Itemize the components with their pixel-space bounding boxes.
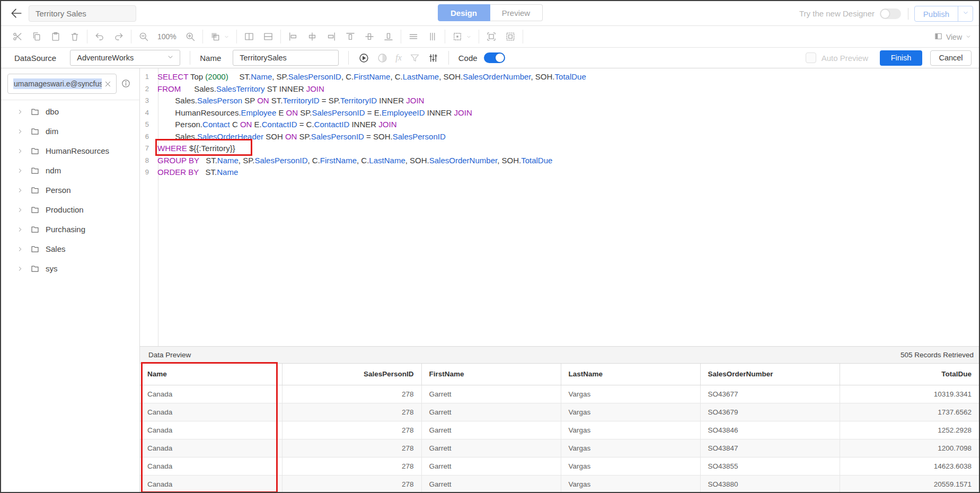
chevron-right-icon[interactable] [17,109,23,115]
mode-switch: Design Preview [438,4,543,21]
chevron-right-icon[interactable] [17,207,23,213]
view-button[interactable]: View [934,26,972,48]
sidebar-item-Purchasing[interactable]: Purchasing [1,219,139,239]
data-preview-header: Data Preview 505 Records Retrieved [140,346,979,364]
publish-button[interactable]: Publish [914,6,973,22]
zoom-level-label: 100% [157,32,176,41]
header-divider [908,8,908,20]
delete-icon[interactable] [69,31,80,42]
column-header-FirstName: FirstName [421,364,561,385]
table-cell: 278 [282,385,421,403]
distribute-horizontal-icon[interactable] [408,31,419,42]
chevron-right-icon[interactable] [17,128,23,135]
table-cell: Garrett [421,439,561,457]
table-cell: Vargas [561,439,700,457]
folder-icon [30,205,40,215]
try-new-designer-toggle[interactable] [880,8,901,19]
table-cell: 278 [282,421,421,439]
copy-icon[interactable] [31,31,42,42]
datasource-select[interactable]: AdventureWorks [70,50,180,66]
sidebar-item-Production[interactable]: Production [1,200,139,219]
cut-icon[interactable] [12,31,23,42]
line-number: 3 [140,95,154,107]
code-toggle[interactable] [484,52,505,63]
publish-caret[interactable] [958,6,973,21]
redo-icon[interactable] [113,31,124,42]
zoom-in-icon[interactable] [185,31,196,42]
table-cell: Canada [140,421,282,439]
function-icon[interactable]: fx [395,53,402,63]
align-top-icon[interactable] [345,31,356,42]
back-button[interactable] [10,6,24,21]
marquee-icon[interactable] [452,31,463,42]
fit-canvas-icon[interactable] [505,31,516,42]
table-cell: SO43855 [700,457,840,475]
distribute-vertical-icon[interactable] [427,31,438,42]
align-right-icon[interactable] [326,31,337,42]
sidebar-item-HumanResources[interactable]: HumanResources [1,141,139,161]
filter-icon[interactable] [409,52,420,64]
header-bar: Design Preview Try the new Designer Publ… [1,1,979,26]
sidebar-item-ndm[interactable]: ndm [1,161,139,180]
clear-search-icon[interactable] [104,80,112,88]
align-bottom-icon[interactable] [383,31,394,42]
tab-preview[interactable]: Preview [490,4,543,21]
chevron-right-icon[interactable] [17,168,23,174]
info-icon[interactable] [121,78,131,89]
align-left-icon[interactable] [288,31,298,42]
table-cell: 20559.1571 [840,475,979,493]
toolbar-group [445,30,479,43]
contrast-icon[interactable] [377,52,388,64]
sidebar-item-Sales[interactable]: Sales [1,239,139,259]
undo-icon[interactable] [94,31,105,42]
table-row: Canada278GarrettVargasSO438461252.2928 [140,421,979,439]
table-cell: 1737.6562 [840,403,979,421]
auto-preview-checkbox[interactable] [806,52,816,63]
line-number: 7 [140,143,154,155]
sidebar-item-dim[interactable]: dim [1,121,139,141]
sidebar-item-dbo[interactable]: dbo [1,102,139,121]
sidebar-item-sys[interactable]: sys [1,259,139,278]
finish-button[interactable]: Finish [880,50,922,66]
toolbar-group [87,30,131,43]
folder-icon [30,127,40,136]
paste-icon[interactable] [50,31,61,42]
table-cell: Canada [140,385,282,403]
chevron-right-icon[interactable] [17,148,23,154]
dataset-name-input[interactable] [233,50,339,66]
cancel-button[interactable]: Cancel [930,50,972,66]
align-middle-icon[interactable] [364,31,375,42]
sidebar-item-Person[interactable]: Person [1,180,139,200]
chevron-right-icon[interactable] [17,246,23,252]
tab-design[interactable]: Design [438,4,490,21]
run-icon[interactable] [358,52,369,64]
divider [348,51,349,65]
datasource-label: DataSource [14,54,56,63]
settings-icon[interactable] [428,52,439,64]
divider [448,51,449,65]
fit-selection-icon[interactable] [486,31,497,42]
table-cell: 14623.6038 [840,457,979,475]
chevron-right-icon[interactable] [17,226,23,233]
chevron-down-icon[interactable] [224,34,229,40]
chevron-down-icon[interactable] [466,34,472,40]
chevron-right-icon[interactable] [17,266,23,272]
tree-item-label: Production [46,205,84,214]
split-vertical-icon[interactable] [263,31,273,42]
split-horizontal-icon[interactable] [244,31,254,42]
schema-search-box[interactable]: umamageswari.e@syncfus [7,74,117,94]
sql-code-editor[interactable]: 1SELECT Top (2000) ST.Name, SP.SalesPers… [140,68,979,346]
sql-code: 1SELECT Top (2000) ST.Name, SP.SalesPers… [140,71,979,179]
zoom-out-icon[interactable] [138,31,149,42]
table-cell: Vargas [561,457,700,475]
table-cell: Vargas [561,421,700,439]
layers-icon[interactable] [210,31,220,42]
report-name-input[interactable] [29,5,136,22]
datasource-value: AdventureWorks [77,54,134,62]
table-cell: Garrett [421,457,561,475]
tree-item-label: Sales [46,244,66,253]
chevron-right-icon[interactable] [17,187,23,193]
align-center-icon[interactable] [307,31,317,42]
code-label: Code [458,54,478,63]
table-cell: 10319.3341 [840,385,979,403]
